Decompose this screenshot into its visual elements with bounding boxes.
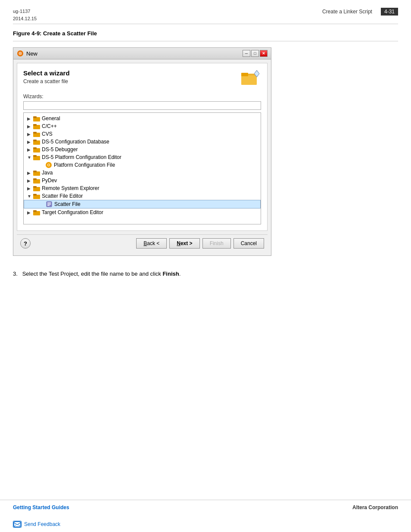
svg-rect-32 [47, 204, 51, 205]
page-header-right: Create a Linker Script 4-31 [322, 8, 398, 16]
folder-icon-scatter-editor [33, 193, 40, 199]
footer-company: Altera Corporation [352, 504, 398, 510]
dialog-content: Select a wizard Create a scatter file Wi… [17, 63, 268, 231]
tree-label-scatter-file: Scatter File [54, 201, 81, 207]
footer-guides: Getting Started Guides [13, 504, 69, 510]
tree-item-cvs[interactable]: ▶ CVS [24, 130, 261, 138]
tree-item-ds5platform[interactable]: ▼ DS-5 Platform Configuration Editor [24, 153, 261, 161]
expand-remote: ▶ [27, 186, 31, 191]
expand-target-config: ▶ [27, 210, 31, 215]
folder-icon-ds5debugger [33, 146, 40, 152]
figure-divider [13, 41, 398, 41]
tree-item-scatter-editor[interactable]: ▼ Scatter File Editor [24, 192, 261, 200]
svg-rect-29 [33, 194, 37, 196]
page-number: 4-31 [381, 8, 398, 16]
expand-ds5platform: ▼ [27, 155, 31, 160]
doc-date: 2014.12.15 [13, 15, 37, 22]
tree-label-ds5platform: DS-5 Platform Configuration Editor [42, 154, 121, 160]
figure-caption: Figure 4-9: Create a Scatter File [0, 24, 411, 41]
svg-rect-35 [33, 210, 37, 212]
dialog-titlebar: New ─ □ ✕ [13, 48, 271, 59]
finish-button[interactable]: Finish [202, 238, 231, 249]
tree-label-ds5debugger: DS-5 Debugger [42, 146, 78, 152]
tree-label-scatter-editor: Scatter File Editor [42, 193, 83, 199]
wizards-label: Wizards: [23, 93, 261, 100]
tree-item-target-config[interactable]: ▶ Target Configuration Editor [24, 208, 261, 216]
svg-rect-4 [241, 73, 248, 76]
tree-item-java[interactable]: ▶ Java [24, 169, 261, 177]
svg-rect-33 [47, 205, 50, 206]
section-title: Create a Linker Script [322, 9, 372, 15]
svg-point-21 [48, 164, 50, 166]
expand-cvs: ▶ [27, 132, 31, 137]
help-button[interactable]: ? [20, 238, 31, 249]
svg-rect-23 [33, 171, 37, 172]
step-number: 3. [13, 271, 21, 277]
tree-label-java: Java [42, 170, 53, 176]
svg-rect-14 [33, 140, 37, 141]
svg-rect-12 [33, 132, 37, 134]
folder-icon-java [33, 170, 40, 176]
expand-scatter-editor: ▼ [27, 194, 31, 199]
svg-rect-27 [33, 186, 37, 188]
folder-icon-target-config [33, 209, 40, 215]
expand-java: ▶ [27, 171, 31, 175]
next-button[interactable]: Next > [169, 238, 199, 249]
back-button[interactable]: Back < [136, 238, 167, 249]
tree-item-ds5debugger[interactable]: ▶ DS-5 Debugger [24, 146, 261, 153]
tree-label-remote: Remote System Explorer [42, 185, 99, 191]
expand-general: ▶ [27, 116, 31, 121]
expand-pydev: ▶ [27, 178, 31, 183]
minimize-button[interactable]: ─ [243, 50, 250, 57]
wizard-tree[interactable]: ▶ General ▶ C/C++ ▶ CVS [23, 112, 261, 224]
send-feedback[interactable]: Send Feedback [13, 521, 60, 528]
folder-icon-ds5config [33, 139, 40, 145]
tree-item-pydev[interactable]: ▶ PyDev [24, 177, 261, 184]
maximize-button[interactable]: □ [251, 50, 259, 57]
expand-ds5debugger: ▶ [27, 147, 31, 152]
folder-icon-pydev [33, 177, 40, 184]
step3-text: 3. Select the Test Project, edit the fil… [0, 264, 411, 283]
folder-icon-ds5platform [33, 154, 40, 160]
page-footer: Getting Started Guides Altera Corporatio… [0, 500, 411, 515]
page-header: ug-1137 2014.12.15 Create a Linker Scrip… [0, 0, 411, 24]
doc-id: ug-1137 [13, 8, 37, 15]
folder-icon-cpp [33, 123, 40, 129]
tree-label-ds5config: DS-5 Configuration Database [42, 139, 109, 145]
tree-item-ds5config[interactable]: ▶ DS-5 Configuration Database [24, 138, 261, 146]
tree-item-cpp[interactable]: ▶ C/C++ [24, 122, 261, 130]
tree-item-platform-config[interactable]: Platform Configuration File [24, 161, 261, 169]
step3-main-text: Select the Test Project, edit the file n… [22, 271, 138, 277]
step3-bold: Finish [162, 271, 179, 277]
feedback-label[interactable]: Send Feedback [24, 521, 60, 527]
tree-item-remote[interactable]: ▶ Remote System Explorer [24, 184, 261, 192]
new-wizard-dialog: New ─ □ ✕ Select a wizard Create a scatt… [13, 47, 271, 256]
dialog-header-text: Select a wizard Create a scatter file [23, 69, 70, 84]
svg-rect-31 [47, 202, 51, 203]
cancel-button[interactable]: Cancel [234, 238, 264, 249]
svg-rect-16 [33, 147, 37, 149]
tree-label-target-config: Target Configuration Editor [42, 209, 103, 215]
icon-scatter-file [46, 201, 53, 207]
tree-item-general[interactable]: ▶ General [24, 115, 261, 122]
wizard-filter-input[interactable] [23, 101, 261, 110]
wizard-title: Select a wizard [23, 69, 70, 77]
dialog-wizard-header: Select a wizard Create a scatter file [23, 69, 261, 87]
svg-rect-18 [33, 155, 37, 157]
svg-rect-25 [33, 178, 37, 180]
window-controls[interactable]: ─ □ ✕ [243, 50, 268, 57]
dialog-title-text: New [26, 50, 37, 57]
close-button[interactable]: ✕ [260, 50, 268, 57]
folder-icon-remote [33, 185, 40, 191]
dialog-title-left: New [17, 50, 37, 57]
expand-cpp: ▶ [27, 124, 31, 129]
folder-icon-general [33, 115, 40, 121]
wizard-subtitle: Create a scatter file [23, 78, 70, 84]
svg-rect-3 [241, 75, 257, 85]
dialog-button-bar: ? Back < Next > Finish Cancel [17, 234, 268, 252]
feedback-icon [13, 521, 22, 528]
tree-label-pydev: PyDev [42, 177, 57, 184]
tree-item-scatter-file[interactable]: Scatter File [24, 200, 261, 208]
step3-text2: and click [139, 271, 162, 277]
tree-label-cvs: CVS [42, 131, 53, 137]
